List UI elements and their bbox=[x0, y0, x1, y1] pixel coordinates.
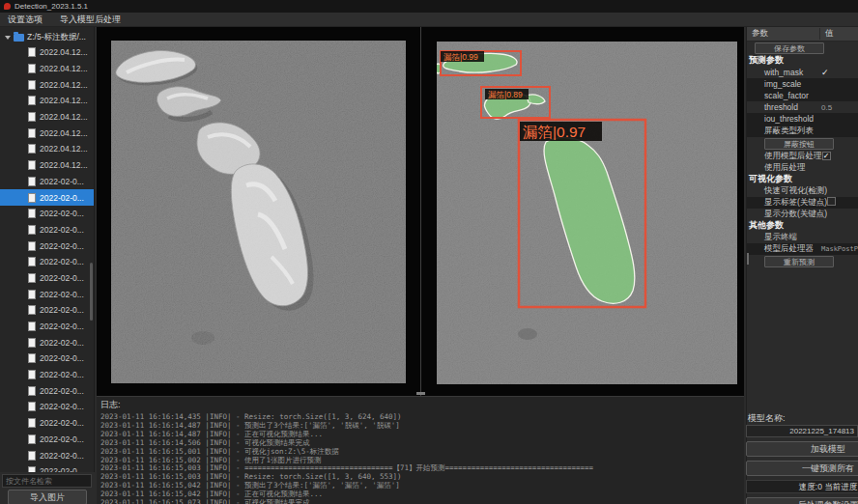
log-line: 2023-01-11 16:16:15,073 |INFO| - 可视化预测结果… bbox=[100, 499, 740, 504]
tree-item[interactable]: 2022.04.12... bbox=[0, 93, 94, 109]
tree-item-label: 2022-02-0... bbox=[40, 209, 84, 218]
param-rows: 保存参数预测参数with_mask✓img_scalescale_factort… bbox=[747, 42, 858, 268]
title-bar: Detection_2023.1.5.1 bbox=[0, 0, 858, 13]
file-icon bbox=[28, 370, 36, 379]
tree-item[interactable]: 2022-02-0... bbox=[0, 367, 94, 383]
param-label: with_mask bbox=[747, 68, 803, 77]
tree-item[interactable]: 2022.04.12... bbox=[0, 44, 94, 61]
tree-item[interactable]: 2022-02-0... bbox=[0, 254, 94, 270]
tree-root-label: Z:/5-标注数据/... bbox=[27, 32, 86, 43]
param-row[interactable]: 显示分数(关键点) bbox=[747, 209, 858, 220]
tree-item-label: 2022-02-0... bbox=[40, 338, 84, 348]
log-panel[interactable]: 日志: 2023-01-11 16:16:14,435 |INFO| - Res… bbox=[97, 396, 744, 504]
detection-label: 漏箔|0.89 bbox=[488, 90, 523, 99]
tree-item[interactable]: 2022.04.12... bbox=[0, 109, 94, 126]
tree-item[interactable]: 2022-02-0... bbox=[0, 174, 94, 190]
tree-item[interactable]: 2022-02-0... bbox=[0, 319, 94, 335]
file-icon bbox=[28, 177, 36, 186]
model-name-field[interactable]: 20221225_174813 bbox=[746, 425, 858, 437]
tree-item-list: 2022.04.12...2022.04.12...2022.04.12...2… bbox=[0, 44, 94, 472]
tree-item[interactable]: 2022-02-0... bbox=[0, 222, 94, 238]
detection-label: 漏箔|0.97 bbox=[523, 124, 586, 140]
file-icon bbox=[28, 64, 36, 73]
param-button-row: 重新预测 bbox=[747, 255, 858, 268]
param-row[interactable]: scale_factor bbox=[747, 90, 858, 101]
chevron-down-icon[interactable] bbox=[5, 36, 11, 40]
param-row[interactable]: with_mask✓ bbox=[747, 67, 858, 78]
model-name-label: 模型名称: bbox=[748, 412, 786, 425]
checkbox-empty[interactable] bbox=[827, 197, 836, 206]
menu-import-postprocess[interactable]: 导入模型后处理 bbox=[60, 14, 121, 26]
param-label: 使用模型后处理 bbox=[747, 151, 822, 162]
tree-item[interactable]: 2022-02-0... bbox=[0, 206, 94, 222]
param-row[interactable]: 屏蔽类型列表 bbox=[747, 125, 858, 136]
tree-item-label: 2022-02-0... bbox=[40, 451, 84, 461]
tree-item[interactable]: 2022-02-0... bbox=[0, 399, 94, 415]
param-row[interactable]: threshold0.5 bbox=[747, 101, 858, 113]
param-row[interactable]: 模型后处理器MaskPostPro bbox=[747, 243, 858, 255]
tree-item[interactable]: 2022.04.12... bbox=[0, 157, 94, 174]
tree-item[interactable]: 2022-02-0... bbox=[0, 415, 94, 432]
param-value: ✓ bbox=[822, 152, 858, 160]
param-row[interactable]: 使用模型后处理✓ bbox=[747, 151, 858, 162]
tree-item-label: 2022-02-0... bbox=[40, 305, 84, 315]
search-input[interactable] bbox=[2, 474, 92, 488]
tree-scrollbar[interactable] bbox=[90, 263, 93, 321]
tree-root-folder[interactable]: Z:/5-标注数据/... bbox=[0, 30, 94, 44]
tree-item[interactable]: 2022-02-0... bbox=[0, 382, 94, 399]
param-row[interactable]: 快速可视化(检测) bbox=[747, 185, 858, 197]
tree-item-label: 2022-02-0... bbox=[40, 193, 84, 203]
menu-settings[interactable]: 设置选项 bbox=[8, 14, 43, 26]
param-label: 显示分数(关键点) bbox=[747, 209, 827, 220]
param-row[interactable]: iou_threshold bbox=[747, 113, 858, 125]
params-header-value: 值 bbox=[820, 28, 834, 40]
menu-bar: 设置选项 导入模型后处理 bbox=[0, 13, 858, 27]
left-image[interactable] bbox=[111, 41, 406, 383]
file-icon bbox=[28, 193, 36, 203]
tree-item-label: 2022-02-0... bbox=[40, 386, 84, 396]
tree-item[interactable]: 2022.04.12... bbox=[0, 125, 94, 141]
folder-icon bbox=[14, 34, 24, 42]
splitter[interactable] bbox=[420, 27, 421, 396]
tree-item-label: 2022-02-0... bbox=[40, 273, 84, 283]
import-images-button[interactable]: 导入图片 bbox=[8, 490, 87, 504]
param-value: MaskPostPro bbox=[821, 245, 858, 253]
param-button[interactable]: 保存参数 bbox=[755, 42, 824, 54]
param-row[interactable]: 使用后处理 bbox=[747, 162, 858, 174]
tree-item[interactable]: 2022-02-0... bbox=[0, 350, 94, 367]
tree-item[interactable]: 2022-02-0... bbox=[0, 463, 94, 472]
predict-all-button[interactable]: 一键预测所有 bbox=[746, 461, 858, 476]
right-image[interactable]: 漏箔|0.99 漏箔|0.89 漏箔|0.97 bbox=[437, 42, 737, 384]
param-label: 模型后处理器 bbox=[747, 243, 814, 255]
param-button[interactable]: 屏蔽按钮 bbox=[764, 138, 834, 150]
params-scrollbar[interactable] bbox=[747, 253, 749, 265]
log-title: 日志: bbox=[100, 399, 740, 411]
tree-item[interactable]: 2022-02-0... bbox=[0, 189, 94, 206]
param-row[interactable]: img_scale bbox=[747, 78, 858, 90]
file-tree-panel[interactable]: Z:/5-标注数据/... 2022.04.12...2022.04.12...… bbox=[0, 27, 95, 472]
progress-status: 速度:0 当前进度 bbox=[746, 480, 858, 493]
param-label: 显示标签(关键点) bbox=[747, 197, 827, 209]
param-row[interactable]: 显示终端 bbox=[747, 232, 858, 243]
tree-item[interactable]: 2022-02-0... bbox=[0, 334, 94, 350]
tree-item[interactable]: 2022.04.12... bbox=[0, 61, 94, 77]
tree-item[interactable]: 2022.04.12... bbox=[0, 141, 94, 157]
tree-item[interactable]: 2022-02-0... bbox=[0, 270, 94, 287]
tree-item[interactable]: 2022-02-0... bbox=[0, 238, 94, 254]
file-icon bbox=[28, 225, 36, 235]
param-label: iou_threshold bbox=[747, 114, 814, 124]
tree-item[interactable]: 2022-02-0... bbox=[0, 432, 94, 448]
checkbox-checked[interactable]: ✓ bbox=[822, 152, 831, 160]
tree-item-label: 2022-02-0... bbox=[40, 402, 84, 411]
postprocess-settings-button[interactable]: 后处理参数设置 bbox=[746, 497, 858, 504]
param-row[interactable]: 显示标签(关键点) bbox=[747, 197, 858, 209]
splitter-handle[interactable] bbox=[416, 392, 425, 395]
tree-item[interactable]: 2022-02-0... bbox=[0, 447, 94, 463]
load-model-button[interactable]: 加载模型 bbox=[746, 441, 858, 457]
detection-label: 漏箔|0.99 bbox=[443, 52, 478, 62]
tree-item[interactable]: 2022-02-0... bbox=[0, 286, 94, 302]
tree-item[interactable]: 2022.04.12... bbox=[0, 76, 94, 93]
tree-item[interactable]: 2022-02-0... bbox=[0, 302, 94, 319]
app-logo-icon bbox=[4, 3, 11, 10]
param-button[interactable]: 重新预测 bbox=[764, 256, 834, 267]
